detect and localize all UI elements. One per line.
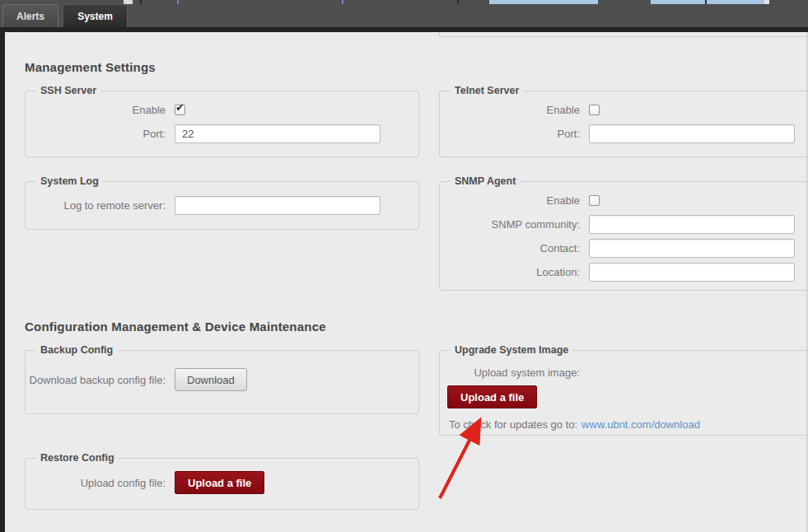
system-log-legend: System Log <box>36 175 103 187</box>
tab-system-label: System <box>77 11 113 22</box>
restore-config-legend: Restore Config <box>36 452 119 464</box>
upload-image-button[interactable]: Upload a file <box>447 385 537 408</box>
snmp-enable-row: Enable ✔ <box>440 193 808 208</box>
restore-config-panel: Restore Config Upload config file: Uploa… <box>25 452 419 510</box>
telnet-port-label: Port: <box>440 127 589 141</box>
system-settings-panel: Alerts System Management Settings Config… <box>0 0 808 532</box>
snmp-enable-label: Enable <box>440 194 589 208</box>
telnet-port-input[interactable] <box>589 124 795 143</box>
snmp-agent-legend: SNMP Agent <box>451 175 520 187</box>
snmp-agent-panel: SNMP Agent Enable ✔ SNMP community: Cont… <box>439 175 808 291</box>
snmp-community-label: SNMP community: <box>440 217 589 231</box>
snmp-enable-checkbox[interactable]: ✔ <box>589 195 600 206</box>
ssh-server-panel: SSH Server Enable ✔ Port: <box>25 85 419 157</box>
syslog-remote-row: Log to remote server: <box>26 196 418 215</box>
backup-download-row: Download backup config file: Download <box>26 363 418 396</box>
management-settings-heading: Management Settings <box>25 60 156 74</box>
snmp-contact-input[interactable] <box>589 239 795 258</box>
restore-upload-row: Upload config file: Upload a file <box>26 471 418 494</box>
backup-config-panel: Backup Config Download backup config fil… <box>25 344 419 414</box>
snmp-community-row: SNMP community: <box>440 215 808 234</box>
snmp-contact-row: Contact: <box>440 239 808 258</box>
telnet-enable-row: Enable ✔ <box>440 102 808 117</box>
ssh-port-input[interactable] <box>175 124 381 143</box>
ssh-server-legend: SSH Server <box>36 85 100 96</box>
telnet-enable-checkbox[interactable]: ✔ <box>589 105 600 115</box>
telnet-server-panel: Telnet Server Enable ✔ Port: <box>439 85 808 157</box>
bottom-tab-bar: Alerts System <box>0 4 808 27</box>
telnet-port-row: Port: <box>440 124 808 143</box>
syslog-remote-label: Log to remote server: <box>26 198 175 212</box>
snmp-contact-label: Contact: <box>440 241 589 255</box>
tab-alerts[interactable]: Alerts <box>2 4 58 27</box>
ssh-port-row: Port: <box>26 124 418 143</box>
upgrade-upload-label-row: Upload system image: <box>440 366 808 380</box>
telnet-enable-label: Enable <box>440 103 589 117</box>
ssh-enable-checkbox[interactable]: ✔ <box>175 105 185 115</box>
maintenance-heading: Configuration Management & Device Mainte… <box>25 320 326 334</box>
upgrade-upload-label: Upload system image: <box>440 366 589 380</box>
upgrade-upload-button-row: Upload a file <box>447 385 808 408</box>
upgrade-system-image-panel: Upgrade System Image Upload system image… <box>439 344 808 436</box>
ssh-enable-label: Enable <box>26 103 175 117</box>
cropped-fieldset-bottom-edge <box>439 32 808 37</box>
ubnt-download-link[interactable]: www.ubnt.com/download <box>581 418 700 431</box>
tab-alerts-label: Alerts <box>16 11 44 22</box>
snmp-location-row: Location: <box>440 263 808 282</box>
panel-left-edge <box>0 27 5 532</box>
syslog-remote-input[interactable] <box>175 196 381 215</box>
upload-config-button[interactable]: Upload a file <box>175 471 264 494</box>
snmp-location-input[interactable] <box>589 263 795 282</box>
backup-config-legend: Backup Config <box>36 344 117 356</box>
backup-download-label: Download backup config file: <box>26 373 175 387</box>
tab-system[interactable]: System <box>63 4 128 27</box>
snmp-location-label: Location: <box>440 265 589 279</box>
check-icon: ✔ <box>175 101 184 114</box>
update-hint-text: To check for updates go to: <box>449 418 577 431</box>
telnet-server-legend: Telnet Server <box>451 85 523 96</box>
download-button[interactable]: Download <box>175 368 247 391</box>
snmp-community-input[interactable] <box>589 215 795 234</box>
restore-upload-label: Upload config file: <box>26 476 175 490</box>
upgrade-image-legend: Upgrade System Image <box>451 344 572 356</box>
ssh-port-label: Port: <box>26 127 175 141</box>
system-log-panel: System Log Log to remote server: <box>25 175 419 230</box>
ssh-enable-row: Enable ✔ <box>26 102 418 117</box>
update-hint-row: To check for updates go to: www.ubnt.com… <box>449 418 808 431</box>
